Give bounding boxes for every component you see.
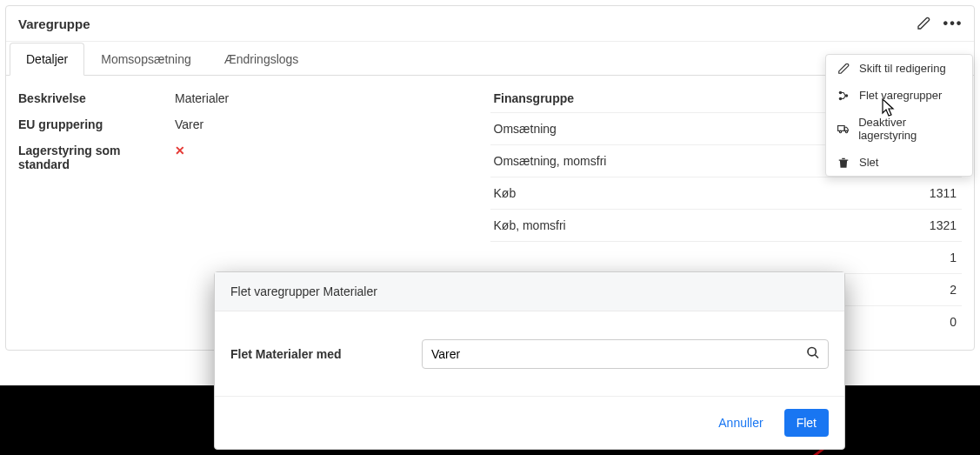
- table-row: Køb, momsfri 1321: [490, 209, 963, 241]
- finance-label: Omsætning, momsfri: [494, 154, 607, 168]
- finance-code: 2: [950, 283, 957, 297]
- eu-gruppering-value: Varer: [175, 117, 203, 131]
- finance-label: Køb, momsfri: [494, 218, 566, 232]
- finance-code: 1311: [930, 186, 957, 200]
- eu-gruppering-label: EU gruppering: [18, 117, 175, 131]
- finance-label: Omsætning: [494, 122, 557, 136]
- truck-icon: [837, 123, 850, 135]
- dropdown-item-label: Deaktiver lagerstyring: [858, 116, 962, 142]
- beskrivelse-value: Materialer: [175, 91, 229, 105]
- svg-point-4: [839, 130, 841, 132]
- merge-modal: Flet varegrupper Materialer Flet Materia…: [214, 271, 845, 450]
- tab-detaljer[interactable]: Detaljer: [10, 43, 84, 76]
- trash-icon: [837, 157, 850, 169]
- dropdown-item-label: Slet: [859, 156, 878, 169]
- finance-code: 1321: [930, 218, 957, 232]
- merge-icon: [837, 90, 850, 102]
- edit-icon[interactable]: [915, 15, 932, 32]
- edit-icon: [837, 63, 850, 75]
- dropdown-item-merge[interactable]: Flet varegrupper: [826, 82, 972, 109]
- beskrivelse-label: Beskrivelse: [18, 91, 175, 105]
- actions-dropdown: Skift til redigering Flet varegrupper De…: [825, 54, 973, 177]
- modal-field-label: Flet Materialer med: [230, 347, 422, 361]
- cursor-icon: [876, 97, 895, 123]
- dropdown-item-edit[interactable]: Skift til redigering: [826, 55, 972, 82]
- finance-code: 1: [950, 251, 957, 264]
- search-icon[interactable]: [806, 345, 820, 362]
- confirm-button[interactable]: Flet: [784, 409, 829, 437]
- tab-aendringslogs[interactable]: Ændringslogs: [208, 43, 316, 76]
- finance-code: 0: [950, 315, 957, 329]
- tab-momsopsaetning[interactable]: Momsopsætning: [84, 43, 208, 76]
- cancel-button[interactable]: Annuller: [706, 409, 775, 437]
- more-icon[interactable]: •••: [944, 15, 962, 32]
- dropdown-item-delete[interactable]: Slet: [826, 149, 972, 176]
- merge-target-input[interactable]: [422, 339, 829, 369]
- svg-point-7: [808, 347, 816, 355]
- lagerstyring-label: Lagerstyring som standard: [18, 144, 175, 171]
- dropdown-item-deactivate[interactable]: Deaktiver lagerstyring: [826, 109, 972, 149]
- svg-rect-3: [837, 126, 844, 131]
- x-icon: ✕: [175, 144, 185, 171]
- dropdown-item-label: Flet varegrupper: [859, 89, 942, 102]
- finance-label: Køb: [494, 186, 517, 200]
- svg-point-5: [845, 130, 847, 132]
- table-row: 1: [490, 241, 963, 273]
- table-row: Køb 1311: [490, 177, 963, 209]
- modal-title: Flet varegrupper Materialer: [215, 272, 844, 311]
- panel-title: Varegruppe: [18, 17, 90, 31]
- svg-line-8: [815, 354, 818, 358]
- dropdown-item-label: Skift til redigering: [859, 62, 946, 75]
